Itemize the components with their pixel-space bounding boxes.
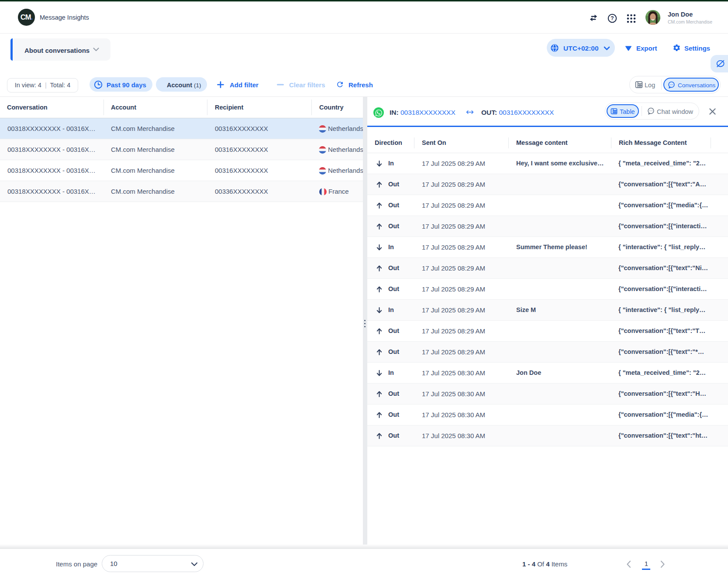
svg-text:?: ? (611, 15, 614, 21)
